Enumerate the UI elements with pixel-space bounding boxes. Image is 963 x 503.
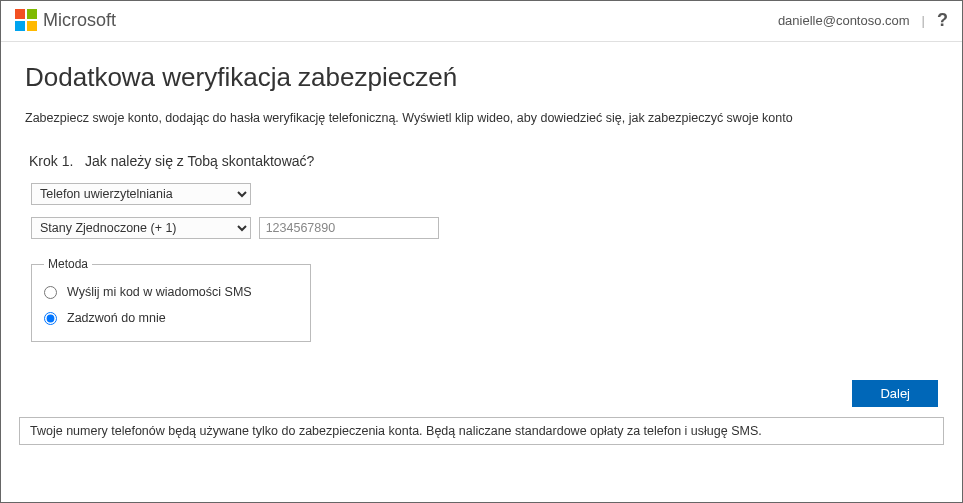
radio-call-row[interactable]: Zadzwoń do mnie [44,305,298,331]
header-left: Microsoft [15,9,116,31]
method-legend: Metoda [44,257,92,271]
main-content: Dodatkowa weryfikacja zabezpieczeń Zabez… [1,42,962,352]
page-description: Zabezpiecz swoje konto, dodając do hasła… [25,111,938,125]
header-bar: Microsoft danielle@contoso.com | ? [1,1,962,42]
phone-notice: Twoje numery telefonów będą używane tylk… [19,417,944,445]
contact-method-row: Telefon uwierzytelniania [31,183,938,205]
phone-row: Stany Zjednoczone (+ 1) [31,217,938,239]
radio-sms-label: Wyślij mi kod w wiadomości SMS [67,285,252,299]
phone-input[interactable] [259,217,439,239]
radio-sms-row[interactable]: Wyślij mi kod w wiadomości SMS [44,279,298,305]
divider: | [922,13,925,28]
button-row: Dalej [1,380,962,407]
method-fieldset: Metoda Wyślij mi kod w wiadomości SMS Za… [31,257,311,342]
next-button[interactable]: Dalej [852,380,938,407]
microsoft-logo-icon [15,9,37,31]
step-heading: Krok 1. Jak należy się z Tobą skontaktow… [29,153,938,169]
brand-label: Microsoft [43,10,116,31]
radio-sms[interactable] [44,286,57,299]
radio-call-label: Zadzwoń do mnie [67,311,166,325]
help-icon[interactable]: ? [937,10,948,31]
page-title: Dodatkowa weryfikacja zabezpieczeń [25,62,938,93]
radio-call[interactable] [44,312,57,325]
header-right: danielle@contoso.com | ? [778,10,948,31]
user-email: danielle@contoso.com [778,13,910,28]
contact-method-select[interactable]: Telefon uwierzytelniania [31,183,251,205]
country-select[interactable]: Stany Zjednoczone (+ 1) [31,217,251,239]
